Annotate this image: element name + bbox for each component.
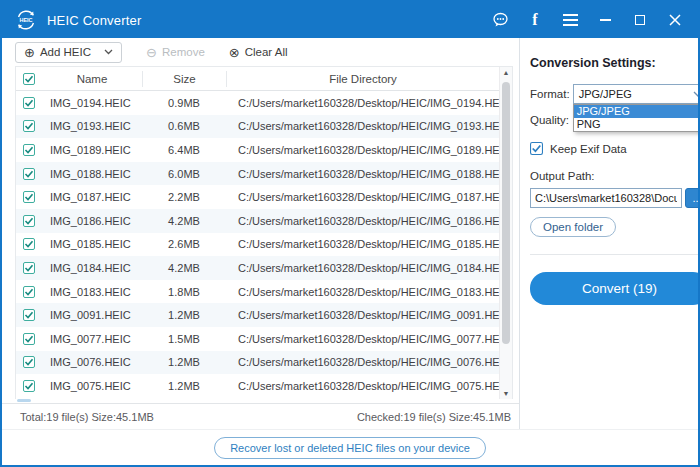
minus-circle-icon: ⊖ bbox=[146, 46, 157, 59]
row-size: 1.5MB bbox=[142, 333, 226, 345]
chevron-down-icon bbox=[104, 49, 113, 55]
conversion-settings-panel: Conversion Settings: Format: JPG/JPEG JP… bbox=[519, 38, 700, 429]
format-option-png[interactable]: PNG bbox=[574, 118, 700, 131]
window-title: HEIC Converter bbox=[47, 13, 142, 28]
row-checkbox[interactable] bbox=[16, 168, 42, 180]
row-checkbox[interactable] bbox=[16, 215, 42, 227]
checkbox-checked-icon bbox=[23, 356, 35, 368]
row-dir: C:/Users/market160328/Desktop/HEIC/IMG_0… bbox=[226, 97, 499, 109]
header-name: Name bbox=[42, 73, 142, 85]
scrollbar-thumb[interactable] bbox=[502, 82, 510, 344]
row-checkbox[interactable] bbox=[16, 380, 42, 392]
table-body: IMG_0194.HEIC 0.9MB C:/Users/market16032… bbox=[16, 91, 499, 399]
format-option-jpg[interactable]: JPG/JPEG bbox=[574, 105, 700, 118]
checkbox-checked-icon bbox=[23, 286, 35, 298]
row-checkbox[interactable] bbox=[16, 356, 42, 368]
row-name: IMG_0185.HEIC bbox=[42, 238, 142, 250]
scroll-down-icon[interactable]: ▼ bbox=[500, 390, 512, 397]
row-name: IMG_0189.HEIC bbox=[42, 144, 142, 156]
checkbox-checked-icon bbox=[23, 191, 35, 203]
checkbox-checked-icon bbox=[23, 333, 35, 345]
open-folder-button[interactable]: Open folder bbox=[530, 217, 616, 237]
x-circle-icon: ⊗ bbox=[229, 46, 240, 59]
close-button[interactable] bbox=[666, 11, 684, 29]
table-row[interactable]: IMG_0184.HEIC 4.2MB C:/Users/market16032… bbox=[16, 256, 499, 280]
row-checkbox[interactable] bbox=[16, 144, 42, 156]
facebook-icon[interactable]: f bbox=[526, 11, 544, 29]
row-checkbox[interactable] bbox=[16, 333, 42, 345]
table-row[interactable]: IMG_0183.HEIC 1.8MB C:/Users/market16032… bbox=[16, 280, 499, 304]
row-dir: C:/Users/market160328/Desktop/HEIC/IMG_0… bbox=[226, 238, 499, 250]
keep-exif-checkbox[interactable]: Keep Exif Data bbox=[530, 142, 700, 155]
row-checkbox[interactable] bbox=[16, 120, 42, 132]
row-size: 1.2MB bbox=[142, 380, 226, 392]
row-size: 1.2MB bbox=[142, 356, 226, 368]
table-row[interactable]: IMG_0076.HEIC 1.2MB C:/Users/market16032… bbox=[16, 351, 499, 375]
row-name: IMG_0193.HEIC bbox=[42, 120, 142, 132]
remove-label: Remove bbox=[162, 46, 205, 58]
settings-heading: Conversion Settings: bbox=[530, 56, 700, 70]
format-label: Format: bbox=[530, 88, 570, 100]
format-select[interactable]: JPG/JPEG bbox=[573, 84, 700, 104]
row-checkbox[interactable] bbox=[16, 238, 42, 250]
header-file-directory: File Directory bbox=[226, 71, 499, 87]
row-dir: C:/Users/market160328/Desktop/HEIC/IMG_0… bbox=[226, 168, 499, 180]
output-path-input[interactable] bbox=[530, 188, 682, 208]
clear-all-button[interactable]: ⊗ Clear All bbox=[229, 46, 288, 59]
maximize-button[interactable] bbox=[631, 11, 649, 29]
row-dir: C:/Users/market160328/Desktop/HEIC/IMG_0… bbox=[226, 262, 499, 274]
row-name: IMG_0091.HEIC bbox=[42, 309, 142, 321]
table-row[interactable]: IMG_0185.HEIC 2.6MB C:/Users/market16032… bbox=[16, 233, 499, 257]
table-row[interactable]: IMG_0187.HEIC 2.2MB C:/Users/market16032… bbox=[16, 185, 499, 209]
row-size: 6.4MB bbox=[142, 144, 226, 156]
format-value: JPG/JPEG bbox=[579, 88, 632, 100]
row-name: IMG_0186.HEIC bbox=[42, 215, 142, 227]
row-name: IMG_0183.HEIC bbox=[42, 286, 142, 298]
feedback-icon[interactable] bbox=[491, 11, 509, 29]
row-size: 4.2MB bbox=[142, 215, 226, 227]
horizontal-scrollbar[interactable] bbox=[15, 399, 500, 403]
minimize-button[interactable] bbox=[596, 11, 614, 29]
scroll-up-icon[interactable]: ▲ bbox=[500, 69, 512, 76]
browse-button[interactable]: ... bbox=[685, 188, 700, 208]
row-dir: C:/Users/market160328/Desktop/HEIC/IMG_0… bbox=[226, 215, 499, 227]
checkbox-checked-icon bbox=[23, 215, 35, 227]
row-checkbox[interactable] bbox=[16, 191, 42, 203]
status-checked: Checked:19 file(s) Size:45.1MB bbox=[357, 411, 511, 423]
checkbox-checked-icon bbox=[23, 262, 35, 274]
table-row[interactable]: IMG_0194.HEIC 0.9MB C:/Users/market16032… bbox=[16, 91, 499, 115]
titlebar: HEIC HEIC Converter f bbox=[2, 2, 698, 38]
row-checkbox[interactable] bbox=[16, 262, 42, 274]
row-checkbox[interactable] bbox=[16, 286, 42, 298]
table-row[interactable]: IMG_0075.HEIC 1.2MB C:/Users/market16032… bbox=[16, 374, 499, 398]
file-table: Name Size File Directory IMG_0194.HEIC 0… bbox=[15, 66, 513, 399]
menu-icon[interactable] bbox=[561, 11, 579, 29]
row-dir: C:/Users/market160328/Desktop/HEIC/IMG_0… bbox=[226, 286, 499, 298]
row-name: IMG_0194.HEIC bbox=[42, 97, 142, 109]
checkbox-checked-icon bbox=[23, 168, 35, 180]
table-row[interactable]: IMG_0189.HEIC 6.4MB C:/Users/market16032… bbox=[16, 138, 499, 162]
row-checkbox[interactable] bbox=[16, 97, 42, 109]
row-size: 2.6MB bbox=[142, 238, 226, 250]
row-dir: C:/Users/market160328/Desktop/HEIC/IMG_0… bbox=[226, 333, 499, 345]
table-row[interactable]: IMG_0193.HEIC 0.6MB C:/Users/market16032… bbox=[16, 115, 499, 139]
vertical-scrollbar[interactable]: ▲ ▼ bbox=[499, 67, 512, 399]
add-heic-button[interactable]: ⊕ Add HEIC bbox=[15, 42, 122, 63]
table-row[interactable]: IMG_0077.HEIC 1.5MB C:/Users/market16032… bbox=[16, 327, 499, 351]
clear-all-label: Clear All bbox=[245, 46, 288, 58]
row-name: IMG_0077.HEIC bbox=[42, 333, 142, 345]
row-dir: C:/Users/market160328/Desktop/HEIC/IMG_0… bbox=[226, 356, 499, 368]
quality-label: Quality: bbox=[530, 114, 569, 126]
select-all-checkbox[interactable] bbox=[16, 73, 42, 85]
row-size: 6.0MB bbox=[142, 168, 226, 180]
row-checkbox[interactable] bbox=[16, 309, 42, 321]
remove-button[interactable]: ⊖ Remove bbox=[146, 46, 205, 59]
row-size: 2.2MB bbox=[142, 191, 226, 203]
convert-button[interactable]: Convert (19) bbox=[530, 272, 700, 305]
table-row[interactable]: IMG_0186.HEIC 4.2MB C:/Users/market16032… bbox=[16, 209, 499, 233]
table-row[interactable]: IMG_0188.HEIC 6.0MB C:/Users/market16032… bbox=[16, 162, 499, 186]
row-dir: C:/Users/market160328/Desktop/HEIC/IMG_0… bbox=[226, 380, 499, 392]
recover-files-button[interactable]: Recover lost or deleted HEIC files on yo… bbox=[214, 437, 486, 459]
table-row[interactable]: IMG_0091.HEIC 1.2MB C:/Users/market16032… bbox=[16, 303, 499, 327]
row-name: IMG_0184.HEIC bbox=[42, 262, 142, 274]
